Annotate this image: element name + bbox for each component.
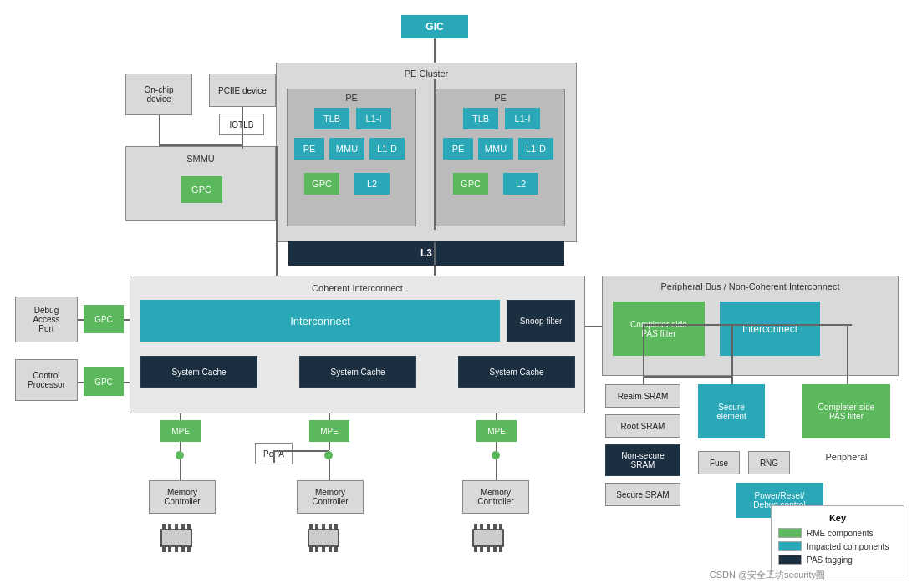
realm-sram: Realm SRAM bbox=[605, 384, 680, 408]
periph-right-v bbox=[731, 324, 733, 376]
peripheral-label: Peripheral bbox=[802, 445, 890, 469]
debug-access-box: Debug Access Port bbox=[15, 297, 78, 342]
gpc-debug: GPC bbox=[84, 305, 124, 333]
peripheral-bus-container: Peripheral Bus / Non-Coherent Interconne… bbox=[602, 276, 899, 376]
gic-pe-line bbox=[434, 79, 436, 230]
root-sram: Root SRAM bbox=[605, 414, 680, 438]
architecture-diagram: GIC PE Cluster PE TLB L1-I PE MMU L1-D G… bbox=[0, 0, 917, 588]
dot3-mc-line bbox=[496, 459, 497, 480]
gpc-coherent-line bbox=[124, 319, 130, 321]
peripheral-bus-label: Peripheral Bus / Non-Coherent Interconne… bbox=[660, 281, 839, 291]
periph-far-right bbox=[847, 324, 848, 384]
l3-coherent-line bbox=[434, 242, 436, 276]
mc1-box: Memory Controller bbox=[149, 480, 216, 514]
mmu-right: MMU bbox=[478, 138, 513, 160]
sram-se-h bbox=[643, 376, 731, 378]
gpc-coherent2-line bbox=[124, 382, 130, 383]
interconnect2: Interconnect bbox=[720, 302, 820, 356]
fuse-box: Fuse bbox=[698, 451, 740, 474]
l2-right: L2 bbox=[503, 173, 538, 195]
pe-inner-right: PE bbox=[443, 138, 473, 160]
key-impacted-item: Impacted components bbox=[778, 541, 897, 551]
tlb-left: TLB bbox=[314, 108, 349, 129]
completer-pas1: Completer-side PAS filter bbox=[613, 302, 705, 356]
l1d-left: L1-D bbox=[369, 138, 405, 160]
chip2 bbox=[308, 524, 339, 552]
pe-right-label: PE bbox=[494, 93, 507, 103]
system-cache-3: System Cache bbox=[458, 356, 575, 388]
chip3 bbox=[472, 524, 504, 552]
coh-periph-line bbox=[585, 326, 602, 327]
snoop-filter: Snoop filter bbox=[507, 300, 575, 342]
onchip-line bbox=[159, 115, 160, 146]
mpe3-up-line bbox=[496, 413, 497, 420]
debug-gpc-line bbox=[78, 319, 84, 321]
pe-left-label: PE bbox=[345, 93, 358, 103]
pe-inner-left: PE bbox=[294, 138, 324, 160]
watermark: CSDN @安全工坊security圈 bbox=[710, 569, 825, 581]
l1d-right: L1-D bbox=[518, 138, 553, 160]
pciie-box: PCIIE device bbox=[209, 74, 276, 107]
coherent-label: Coherent Interconnect bbox=[312, 283, 403, 293]
control-gpc-line bbox=[78, 382, 84, 383]
se-up bbox=[731, 376, 733, 384]
system-cache-2: System Cache bbox=[299, 356, 416, 388]
pe-left-container: PE TLB L1-I PE MMU L1-D GPC L2 bbox=[287, 89, 416, 226]
chip1 bbox=[160, 524, 192, 552]
control-processor-box: Control Processor bbox=[15, 359, 78, 401]
mpe1-box: MPE bbox=[160, 420, 201, 442]
mpe2-down bbox=[329, 442, 330, 450]
completer-pas2: Completer-side PAS filter bbox=[802, 384, 890, 438]
rng-box: RNG bbox=[748, 451, 790, 474]
pe-cluster-container: PE Cluster PE TLB L1-I PE MMU L1-D GPC L… bbox=[276, 63, 577, 242]
on-chip-box: On-chip device bbox=[125, 74, 192, 115]
smmu-coherent-v bbox=[276, 146, 278, 276]
pe-cluster-label: PE Cluster bbox=[405, 68, 449, 79]
periph-top-h bbox=[643, 324, 852, 326]
key-impacted-color bbox=[778, 541, 802, 551]
mmu-left: MMU bbox=[329, 138, 364, 160]
l1i-right: L1-I bbox=[505, 108, 540, 129]
l3-box: L3 bbox=[288, 241, 564, 266]
system-cache-1: System Cache bbox=[140, 356, 257, 388]
mpe1-up-line bbox=[180, 413, 181, 420]
secure-sram: Secure SRAM bbox=[605, 483, 680, 506]
pe-right-container: PE TLB L1-I PE MMU L1-D GPC L2 bbox=[436, 89, 565, 226]
key-box: Key RME components Impacted components P… bbox=[771, 505, 904, 575]
mpe2-up-line bbox=[329, 413, 330, 420]
dot1-mc-line bbox=[180, 459, 181, 480]
mc3-box: Memory Controller bbox=[462, 480, 529, 514]
coherent-interconnect-container: Coherent Interconnect Interconnect Snoop… bbox=[130, 276, 585, 413]
popa-mpe2-h bbox=[273, 450, 329, 452]
secure-element: Secure element bbox=[698, 384, 765, 438]
gpc-smmu: GPC bbox=[181, 176, 222, 203]
popa-line-v bbox=[273, 450, 275, 463]
interconnect-main: Interconnect bbox=[140, 300, 500, 342]
key-rme-item: RME components bbox=[778, 528, 897, 538]
key-rme-color bbox=[778, 528, 802, 538]
mpe3-box: MPE bbox=[476, 420, 517, 442]
mpe2-box: MPE bbox=[309, 420, 349, 442]
non-secure-sram: Non-secure SRAM bbox=[605, 444, 680, 476]
connect-h1 bbox=[159, 144, 242, 146]
key-title: Key bbox=[778, 513, 897, 523]
l1i-left: L1-I bbox=[356, 108, 391, 129]
l2-left: L2 bbox=[354, 173, 390, 195]
mc2-box: Memory Controller bbox=[297, 480, 364, 514]
gpc-control: GPC bbox=[84, 368, 124, 396]
pciie-line bbox=[242, 107, 243, 149]
dot3 bbox=[492, 451, 500, 459]
dot2-mc-line bbox=[329, 459, 330, 480]
tlb-right: TLB bbox=[463, 108, 498, 129]
periph-left-v bbox=[643, 324, 644, 376]
dot1 bbox=[176, 451, 184, 459]
key-pas-item: PAS tagging bbox=[778, 555, 897, 565]
gic-box: GIC bbox=[401, 15, 468, 38]
gpc-pe-left: GPC bbox=[304, 173, 339, 195]
smmu-container: SMMU GPC bbox=[125, 146, 276, 221]
key-pas-color bbox=[778, 555, 802, 565]
smmu-label: SMMU bbox=[186, 154, 215, 164]
dot2 bbox=[324, 451, 333, 459]
gpc-pe-right: GPC bbox=[453, 173, 488, 195]
